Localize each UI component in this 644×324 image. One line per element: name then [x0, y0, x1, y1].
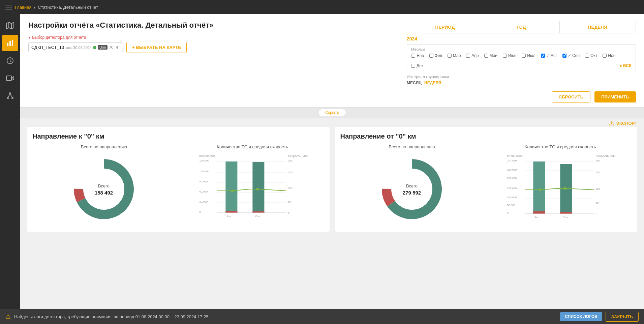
breadcrumb-current: Статистика. Детальный отчёт — [38, 5, 98, 10]
month-jul[interactable]: Июл — [522, 53, 535, 58]
export-label: ЭКСПОРТ — [616, 121, 637, 126]
logs-button[interactable]: СПИСОК ЛОГОВ — [560, 312, 602, 321]
svg-marker-0 — [6, 22, 14, 29]
sidebar-item-camera[interactable] — [2, 70, 18, 86]
sidebar — [0, 14, 20, 309]
month-aug[interactable]: ✓ Авг — [541, 53, 557, 58]
months-section: Месяцы Янв Фев Мар Апр Май Июн Июл ✓ Авг — [407, 44, 636, 71]
action-buttons: СБРОСИТЬ ПРИМЕНИТЬ — [407, 88, 636, 107]
svg-text:Сен: Сен — [563, 216, 568, 219]
svg-text:100: 100 — [288, 187, 293, 190]
direction2-bar-block: Количество ТС и средняя скорость Количес… — [489, 144, 632, 226]
svg-rect-32 — [225, 161, 237, 213]
svg-point-36 — [231, 189, 234, 192]
detector-date: акт. 30.08.2024 — [66, 46, 92, 50]
direction1-donut-svg: Всего 158 492 — [70, 155, 137, 223]
svg-text:120,000: 120,000 — [199, 170, 209, 173]
svg-text:150,000: 150,000 — [507, 187, 517, 190]
month-feb-checkbox[interactable] — [429, 54, 433, 58]
direction2-title: Направление от "0" км — [340, 132, 632, 140]
direction2-charts-row: Всего по направлению Всего — [340, 144, 632, 226]
month-apr-checkbox[interactable] — [466, 54, 470, 58]
month-apr[interactable]: Апр — [466, 53, 479, 58]
svg-point-37 — [256, 188, 259, 190]
svg-rect-35 — [252, 211, 264, 213]
breadcrumb-home[interactable]: Главная — [15, 5, 31, 10]
period-tabs: ПЕРИОД ГОД НЕДЕЛЯ — [407, 21, 636, 33]
month-jan[interactable]: Янв — [411, 53, 424, 58]
sidebar-item-chart[interactable] — [2, 35, 18, 51]
month-mar-checkbox[interactable] — [448, 54, 452, 58]
sidebar-item-map[interactable] — [2, 18, 18, 34]
period-tab-period[interactable]: ПЕРИОД — [407, 21, 483, 33]
svg-text:250,000: 250,000 — [507, 168, 517, 171]
svg-text:Количество: Количество — [199, 154, 215, 158]
period-tab-year[interactable]: ГОД — [483, 21, 559, 33]
month-sep-checkbox[interactable] — [562, 54, 566, 58]
direction2-donut-subtitle: Всего по направлению — [340, 144, 484, 149]
month-jun-checkbox[interactable] — [503, 54, 507, 58]
svg-rect-65 — [533, 161, 545, 214]
svg-rect-33 — [252, 162, 264, 213]
month-mar[interactable]: Мар — [448, 53, 461, 58]
svg-text:100,000: 100,000 — [507, 196, 517, 199]
interval-label: Интервал группировки — [407, 75, 636, 79]
month-jun[interactable]: Июн — [503, 53, 516, 58]
svg-text:0: 0 — [199, 210, 201, 213]
month-aug-checkbox[interactable] — [541, 54, 545, 58]
svg-text:150: 150 — [596, 171, 601, 174]
month-dec-checkbox[interactable] — [411, 64, 415, 68]
direction1-donut-label: Всего — [98, 183, 110, 188]
month-oct-checkbox[interactable] — [585, 54, 589, 58]
interval-month-btn[interactable]: МЕСЯЦ — [407, 81, 422, 85]
close-button[interactable]: ЗАКРЫТЬ — [606, 312, 639, 322]
sidebar-item-graph[interactable] — [2, 88, 18, 104]
direction1-bar-subtitle: Количество ТС и средняя скорость — [181, 144, 324, 149]
month-dec[interactable]: Дек — [411, 63, 423, 68]
svg-line-8 — [10, 61, 11, 62]
apply-button[interactable]: ПРИМЕНИТЬ — [594, 91, 636, 102]
svg-rect-4 — [9, 41, 11, 46]
detector-expand-icon[interactable]: ▾ — [115, 44, 120, 51]
detector-status-icon — [93, 46, 96, 49]
detector-clear-icon[interactable]: ✕ — [108, 44, 115, 51]
all-months-label[interactable]: ● ВСЕ — [620, 63, 632, 68]
svg-text:Количество: Количество — [507, 154, 523, 158]
month-may[interactable]: Май — [484, 53, 498, 58]
export-button[interactable]: ЭКСПОРТ — [609, 120, 637, 126]
interval-week-btn[interactable]: НЕДЕЛЯ — [424, 81, 441, 85]
month-feb[interactable]: Фев — [429, 53, 442, 58]
period-tab-week[interactable]: НЕДЕЛЯ — [560, 21, 636, 33]
sidebar-item-circle[interactable] — [2, 53, 18, 69]
detector-input-wrapper[interactable]: СДКП_ТЕСТ_13 акт. 30.08.2024 0km ✕ ▾ — [28, 42, 123, 52]
svg-text:100: 100 — [596, 187, 601, 190]
direction2-panel: Направление от "0" км Всего по направлен… — [335, 127, 638, 232]
reset-button[interactable]: СБРОСИТЬ — [552, 91, 590, 102]
direction2-donut-block: Всего по направлению Всего — [340, 144, 484, 226]
charts-area: ЭКСПОРТ Направление к "0" км Всего по на… — [20, 118, 644, 309]
direction2-donut-svg: Всего 279 592 — [378, 155, 446, 223]
month-jan-checkbox[interactable] — [411, 54, 415, 58]
svg-text:150: 150 — [288, 171, 293, 174]
month-oct[interactable]: Окт — [585, 53, 597, 58]
detector-label: Выбор детектора для отчёта — [28, 35, 244, 40]
month-may-checkbox[interactable] — [484, 54, 488, 58]
direction2-bar-wrapper: Количество 277,850 250,000 200,000 150,0… — [489, 152, 632, 226]
month-nov[interactable]: Ноя — [603, 53, 615, 58]
svg-point-12 — [12, 97, 13, 99]
svg-text:150,000: 150,000 — [199, 159, 209, 162]
direction2-donut-value: 279 592 — [403, 190, 421, 196]
svg-text:60,000: 60,000 — [199, 190, 208, 193]
hide-button[interactable]: Скрыть — [318, 109, 346, 116]
month-jul-checkbox[interactable] — [522, 54, 526, 58]
month-sep[interactable]: ✓ Сен — [562, 53, 580, 58]
svg-point-49 — [392, 169, 432, 209]
menu-icon[interactable] — [5, 5, 12, 9]
month-nov-checkbox[interactable] — [603, 54, 607, 58]
hide-bar: Скрыть — [20, 108, 644, 118]
map-button[interactable]: + ВЫБРАТЬ НА КАРТЕ — [126, 42, 187, 53]
warning-icon: ⚠ — [5, 313, 11, 320]
direction1-donut-value: 158 492 — [95, 190, 113, 196]
breadcrumb: Главная / Статистика. Детальный отчёт — [15, 5, 98, 10]
direction1-donut-subtitle: Всего по направлению — [32, 144, 176, 149]
